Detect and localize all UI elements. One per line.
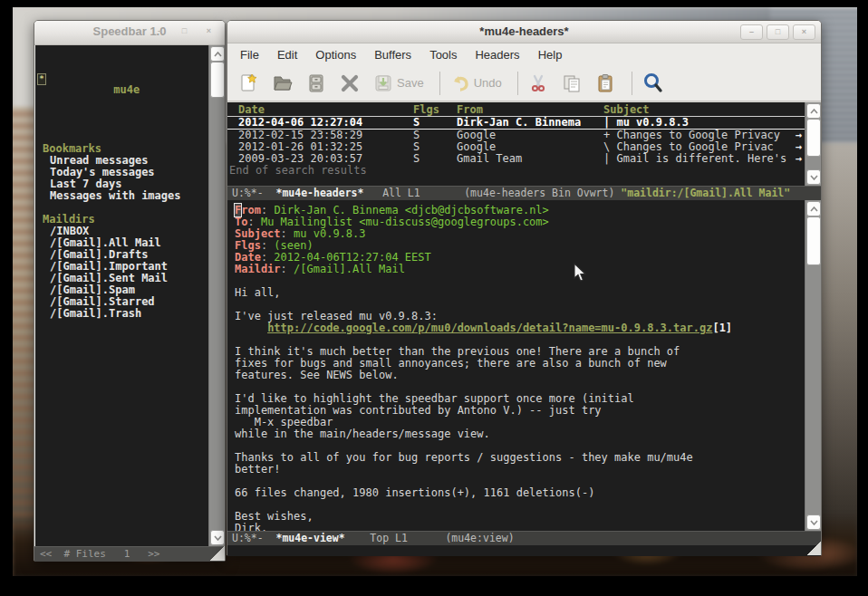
headers-modeline: U:%*- *mu4e-headers* All L1 (mu4e-header… [227,186,821,200]
cell: Gmail Team [457,153,522,165]
mouse-cursor [574,263,588,283]
view-scrollbar[interactable] [805,200,821,531]
menu-file[interactable]: File [231,46,268,63]
field-label: Date [235,251,261,264]
close-icon[interactable]: × [198,24,219,38]
view-body: Hi all, I've just released mu v0.9.8.3: … [235,287,805,531]
cell: | Gmail is different. Here's [603,153,786,165]
menu-help[interactable]: Help [529,46,572,63]
headers-rows: 2012-04-06 12:27:04SDirk-Jan C. Binnema|… [227,117,805,165]
resize-grip[interactable] [210,546,225,561]
cell: Dirk-Jan C. Binnema [457,117,581,129]
message-row[interactable]: 2012-04-06 12:27:04SDirk-Jan C. Binnema|… [227,117,805,130]
menu-tools[interactable]: Tools [420,46,466,63]
copy-button[interactable] [561,72,583,94]
field-label: To [235,216,247,228]
body-line: features. See NEWS below. [235,370,805,381]
window-controls: – □ × [740,24,815,40]
scrollbar-thumb[interactable] [806,119,821,157]
resize-grip[interactable] [807,542,821,555]
body-line: http://code.google.com/p/mu0/downloads/d… [235,322,805,334]
field-value: Mu Mailinglist <mu-discuss@googlegroups.… [261,216,549,228]
headers-list: DateFlgsFromSubject 2012-04-06 12:27:04S… [227,104,805,177]
kill-buffer-button[interactable] [339,72,361,94]
menu-headers[interactable]: Headers [466,46,528,63]
message-row[interactable]: 2009-03-23 20:03:57SGmail Team| Gmail is… [227,153,805,165]
speedbar-scrollbar[interactable] [208,45,225,546]
download-link[interactable]: http://code.google.com/p/mu0/downloads/d… [267,322,712,334]
column-header: From [457,104,483,116]
expand-star-icon[interactable]: * [37,73,46,85]
save-icon [372,72,394,94]
speedbar-titlebar[interactable]: Speedbar 1.0 – □ × [34,21,225,45]
message-view-pane: From: Dirk-Jan C. Binnema <djcb@djcbsoft… [227,200,821,531]
toolbar-separator [517,72,518,95]
spacer [35,108,208,120]
scroll-down-icon[interactable] [806,169,821,185]
speedbar-item[interactable]: /[Gmail].Trash [35,308,208,320]
scroll-up-icon[interactable] [806,103,821,119]
file-cabinet-icon [305,72,327,94]
speedbar-body: *mu4e BookmarksUnread messagesToday's me… [34,45,225,546]
clipboard-icon [594,72,616,94]
field-value: Dirk-Jan C. Binnema <djcb@djcbsoftware.n… [274,204,548,216]
body-line: better! [235,464,805,476]
text-cursor: F [235,204,241,216]
main-titlebar[interactable]: *mu4e-headers* – □ × [227,21,821,43]
undo-icon [449,72,471,94]
cut-button[interactable] [527,72,549,94]
cell: S [413,117,420,129]
maximize-icon[interactable]: □ [174,24,195,38]
speedbar-root-label: mu4e [113,83,140,96]
field-label: From [235,204,261,216]
mu4e-window: *mu4e-headers* – □ × FileEditOptionsBuff… [227,20,822,556]
view-field: Maildir: /[Gmail].All Mail [235,264,805,275]
body-line: 66 files changed, 1980 insertions(+), 11… [235,487,805,499]
menu-edit[interactable]: Edit [268,46,306,63]
minimize-icon[interactable]: – [149,24,170,38]
minibuffer[interactable] [227,545,821,556]
body-line [235,499,805,511]
minimize-icon[interactable]: – [740,24,763,40]
scrollbar-thumb[interactable] [210,62,225,98]
window-title: *mu4e-headers* [227,24,821,38]
paste-button[interactable] [594,72,616,94]
maximize-icon[interactable]: □ [767,24,789,40]
speedbar-sections: BookmarksUnread messagesToday's messages… [35,143,208,332]
search-button[interactable] [641,72,665,95]
undo-button[interactable]: Undo [449,72,502,94]
speedbar-item[interactable]: Messages with images [35,190,208,202]
message-view: From: Dirk-Jan C. Binnema <djcb@djcbsoft… [235,205,805,531]
undo-label: Undo [474,76,502,90]
column-header: Flgs [413,104,439,116]
scrollbar-thumb[interactable] [806,216,821,265]
end-of-results: End of search results [227,165,805,177]
speedbar-root-node[interactable]: *mu4e [35,72,208,84]
headers-scrollbar[interactable] [805,102,821,186]
field-label: Flgs [235,239,261,252]
menu-options[interactable]: Options [306,46,365,63]
scroll-down-icon[interactable] [210,530,225,545]
scissors-icon [527,72,549,94]
scroll-up-icon[interactable] [210,46,225,62]
spacer [35,320,208,332]
scroll-up-icon[interactable] [806,201,821,216]
scroll-down-icon[interactable] [806,514,821,530]
dired-button[interactable] [305,72,327,94]
open-file-button[interactable] [272,72,294,94]
save-button[interactable]: Save [372,72,424,94]
close-icon[interactable]: × [793,24,815,40]
copy-icon [561,72,583,94]
toolbar-separator [439,72,440,95]
screenshot-frame: Speedbar 1.0 – □ × *mu4e BookmarksUnread… [0,0,868,596]
column-header: Date [238,104,265,116]
cell: | mu v0.9.8.3 [603,117,689,129]
body-line: Dirk. [235,523,805,531]
field-value: (seen) [274,239,313,252]
new-file-button[interactable] [238,72,260,94]
footnote-ref: [1] [712,322,732,334]
truncation-arrow-icon: → [796,153,802,165]
field-label: Subject [235,227,281,240]
menu-buffers[interactable]: Buffers [365,46,420,63]
speedbar-window: Speedbar 1.0 – □ × *mu4e BookmarksUnread… [34,20,226,562]
